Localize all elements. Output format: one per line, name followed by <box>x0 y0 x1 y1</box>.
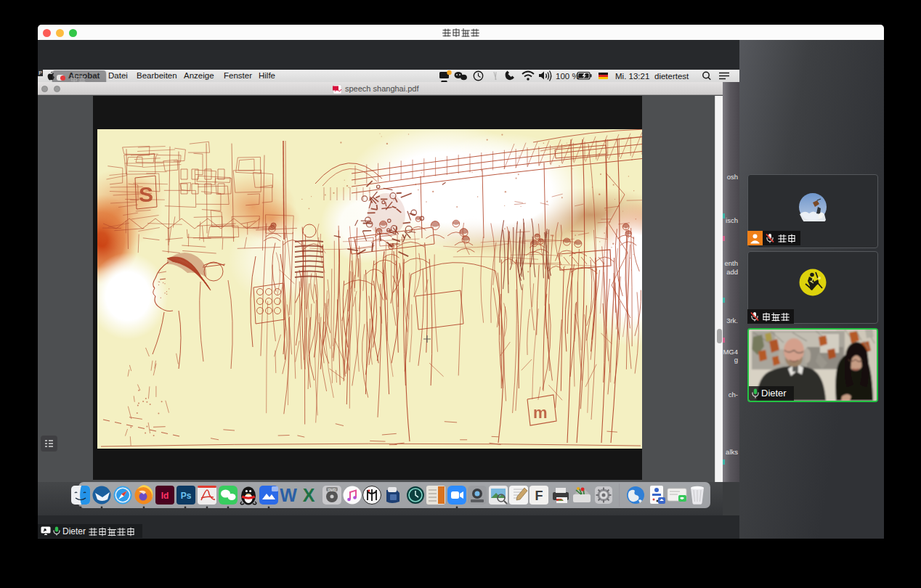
svg-text:W: W <box>280 485 297 505</box>
svg-text:F: F <box>535 489 543 503</box>
svg-text:Id: Id <box>161 491 169 501</box>
svg-text:Ps: Ps <box>181 491 192 501</box>
svg-text:DVD: DVD <box>328 488 336 492</box>
svg-text:X: X <box>303 485 315 505</box>
